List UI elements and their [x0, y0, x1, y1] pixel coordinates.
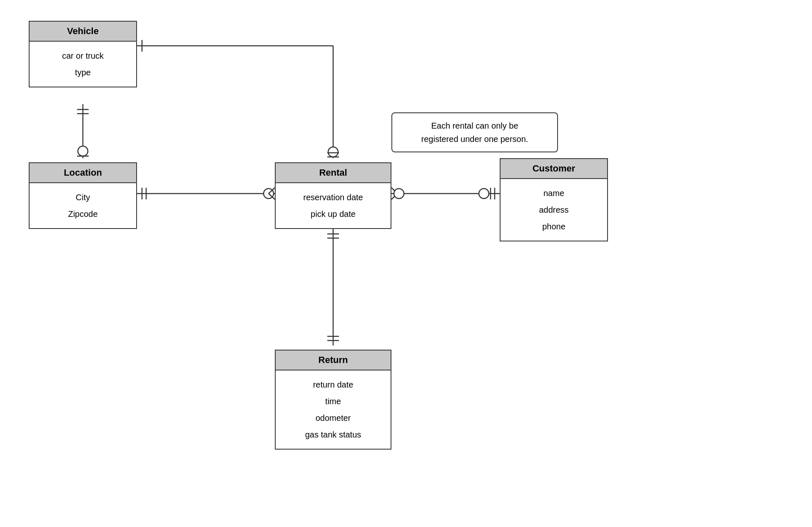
return-header: Return — [276, 351, 391, 370]
svg-point-17 — [479, 189, 489, 199]
svg-line-9 — [269, 188, 275, 194]
vehicle-entity: Vehicle car or truck type — [29, 21, 137, 87]
vehicle-title: Vehicle — [67, 26, 99, 36]
customer-attr-2: address — [509, 201, 599, 218]
location-entity: Location City Zipcode — [29, 162, 137, 229]
rental-attr-1: reservation date — [284, 189, 382, 206]
return-attr-3: odometer — [284, 410, 382, 426]
svg-line-12 — [391, 188, 398, 194]
location-attr-2: Zipcode — [38, 206, 128, 222]
return-attr-1: return date — [284, 376, 382, 393]
vehicle-body: car or truck type — [30, 42, 136, 87]
location-title: Location — [64, 167, 102, 178]
return-title: Return — [319, 355, 348, 365]
rental-title: Rental — [319, 167, 347, 178]
svg-point-8 — [264, 189, 274, 199]
rental-header: Rental — [276, 163, 391, 183]
diagram-container: Vehicle car or truck type Location City … — [0, 0, 812, 527]
rental-body: reservation date pick up date — [276, 183, 391, 228]
customer-header: Customer — [501, 159, 607, 179]
rental-attr-2: pick up date — [284, 206, 382, 222]
svg-point-3 — [78, 146, 88, 156]
customer-body: name address phone — [501, 179, 607, 241]
svg-line-13 — [391, 194, 398, 199]
customer-title: Customer — [533, 163, 575, 174]
return-attr-2: time — [284, 393, 382, 410]
location-header: Location — [30, 163, 136, 183]
return-entity: Return return date time odometer gas tan… — [275, 350, 391, 450]
location-attr-1: City — [38, 189, 128, 206]
location-body: City Zipcode — [30, 183, 136, 228]
note-box: Each rental can only beregistered under … — [391, 112, 558, 152]
return-attr-4: gas tank status — [284, 426, 382, 443]
vehicle-attr-1: car or truck — [38, 47, 128, 64]
rental-entity: Rental reservation date pick up date — [275, 162, 391, 229]
svg-point-14 — [394, 189, 404, 199]
svg-point-21 — [328, 147, 338, 157]
svg-line-10 — [269, 194, 275, 199]
return-body: return date time odometer gas tank statu… — [276, 370, 391, 449]
customer-attr-1: name — [509, 185, 599, 201]
vehicle-header: Vehicle — [30, 22, 136, 42]
note-text: Each rental can only beregistered under … — [421, 121, 528, 144]
customer-entity: Customer name address phone — [500, 158, 608, 241]
customer-attr-3: phone — [509, 218, 599, 235]
vehicle-attr-2: type — [38, 64, 128, 81]
